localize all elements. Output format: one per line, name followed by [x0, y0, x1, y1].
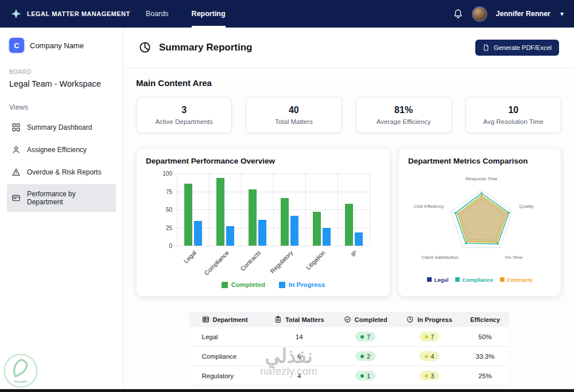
cell-total-matters: 6: [264, 347, 334, 366]
document-icon: [483, 44, 490, 51]
views-section-label: Views: [7, 103, 116, 111]
clock-icon: [406, 316, 414, 323]
company-row[interactable]: C Company Name: [7, 38, 116, 53]
bar-chart-card: Department Performance Overview 10075502…: [136, 148, 390, 297]
radar-axis-label: On-Time: [505, 254, 523, 259]
clipboard-icon: [274, 316, 282, 323]
bar-completed-ip: [345, 204, 353, 246]
sidebar-item-label: Performance by Department: [27, 190, 111, 206]
bar-chart: 1007550250 LegalComplianceContractsRegul…: [160, 173, 381, 288]
column-header-in-progress: In Progress: [397, 312, 461, 327]
legend-item-in-progress[interactable]: In Progress: [279, 281, 325, 288]
cell-total-matters: 4: [264, 366, 334, 386]
bar-completed-regulatory: [281, 198, 289, 246]
radar-legend-item-compliance[interactable]: Compliance: [455, 277, 493, 283]
bottom-strip: [0, 389, 574, 392]
bar-in-progress-compliance: [226, 226, 234, 246]
status-dot: [425, 355, 428, 358]
stat-value: 40: [252, 105, 335, 115]
bar-in-progress-contracts: [258, 220, 266, 246]
company-avatar: C: [9, 38, 24, 53]
sidebar-item-overdue-risk-reports[interactable]: Overdue & Risk Reports: [7, 162, 116, 183]
in-progress-badge: 7: [420, 332, 440, 341]
cell-total-matters: 14: [264, 327, 334, 347]
x-tick-label: Legal: [183, 249, 198, 265]
top-navbar: LEGAL MATTER MANAGEMENT BoardsReporting …: [0, 0, 574, 28]
radar-chart-title: Department Metrics Comparison: [408, 157, 552, 165]
stat-label: Active Departments: [142, 118, 226, 125]
legend-swatch: [455, 277, 460, 282]
column-header-total-matters: Total Matters: [264, 312, 334, 327]
bar-chart-plot: [177, 173, 370, 246]
table-header-row: DepartmentTotal MattersCompletedIn Progr…: [189, 312, 509, 327]
bar-in-progress-legal: [194, 221, 202, 246]
sidebar-item-assignee-efficiency[interactable]: Assignee Efficiency: [7, 139, 116, 160]
performance-table: DepartmentTotal MattersCompletedIn Progr…: [189, 312, 509, 386]
stat-card-active-departments: 3 Active Departments: [136, 97, 232, 133]
table-icon: [202, 316, 210, 323]
completed-badge: 7: [355, 332, 375, 341]
bar-chart-x-labels: LegalComplianceContractsRegulatoryLitiga…: [177, 246, 370, 279]
column-header-efficiency: Efficiency: [462, 312, 509, 327]
sidebar-item-label: Overdue & Risk Reports: [27, 168, 101, 176]
legend-item-completed[interactable]: Completed: [222, 281, 265, 288]
bar-group-litigation: [305, 173, 338, 246]
content-area: Main Content Area 3 Active Departments40…: [123, 68, 574, 392]
sidebar-item-summary-dashboard[interactable]: Summary Dashboard: [7, 117, 116, 138]
stat-label: Total Matters: [252, 118, 335, 125]
nav-item-reporting[interactable]: Reporting: [192, 0, 226, 28]
radar-legend: Legal Compliance Contracts: [427, 277, 532, 283]
radar-legend-item-legal[interactable]: Legal: [427, 277, 448, 283]
generate-button-label: Generate PDF/Excel: [494, 44, 552, 51]
nav-item-boards[interactable]: Boards: [146, 0, 169, 28]
status-dot: [360, 335, 364, 339]
sidebar-item-label: Assignee Efficiency: [27, 146, 87, 154]
radar-axis-label: Quality: [519, 203, 534, 208]
bar-group-ip: [338, 173, 370, 246]
company-name: Company Name: [30, 41, 84, 50]
bar-chart-legend: Completed In Progress: [177, 281, 370, 288]
stat-value: 3: [142, 105, 226, 115]
status-dot: [360, 355, 364, 358]
status-dot: [360, 374, 364, 378]
y-tick-label: 0: [169, 243, 172, 249]
user-avatar[interactable]: [472, 6, 487, 22]
grid-icon: [11, 123, 21, 132]
cell-efficiency: 33.3%: [462, 347, 509, 366]
y-tick-label: 50: [166, 207, 172, 213]
app-window: LEGAL MATTER MANAGEMENT BoardsReporting …: [0, 0, 574, 392]
brand-title: LEGAL MATTER MANAGEMENT: [27, 10, 130, 17]
column-label: Efficiency: [470, 316, 500, 323]
radar-plot: Response TimeQualityOn-TimeClient Satisf…: [408, 171, 552, 275]
person-icon: [11, 145, 21, 154]
stat-value: 81%: [362, 105, 445, 115]
board-name[interactable]: Legal Team - Workspace: [7, 79, 116, 88]
column-label: Completed: [355, 316, 387, 323]
cell-department: Legal: [189, 327, 265, 347]
chevron-down-icon[interactable]: ▾: [560, 10, 564, 18]
notifications-button[interactable]: [453, 9, 463, 19]
page-title: Summary Reporting: [159, 42, 252, 53]
table-row-regulatory: Regulatory 4 1 3 25%: [189, 366, 509, 386]
stat-label: Average Efficiency: [362, 118, 445, 125]
radar-legend-item-contracts[interactable]: Contracts: [500, 277, 532, 283]
legend-label: In Progress: [289, 281, 325, 288]
legend-label: Legal: [434, 277, 448, 283]
sidebar-item-performance-by-department[interactable]: Performance by Department: [7, 184, 116, 212]
x-tick-label: Litigation: [304, 249, 326, 271]
y-tick-label: 100: [162, 170, 172, 177]
user-name[interactable]: Jennifer Renner: [496, 10, 550, 18]
bar-chart-y-axis: 1007550250: [160, 173, 177, 246]
cell-efficiency: 50%: [462, 327, 509, 347]
stats-row: 3 Active Departments40 Total Matters81% …: [136, 97, 561, 133]
stat-card-avg-resolution-time: 10 Avg Resolution Time: [466, 97, 561, 133]
generate-pdf-excel-button[interactable]: Generate PDF/Excel: [475, 40, 559, 56]
table-row-compliance: Compliance 6 2 4 33.3%: [189, 347, 509, 366]
bar-chart-title: Department Performance Overview: [146, 157, 381, 165]
column-label: In Progress: [417, 316, 452, 323]
bar-group-legal: [177, 173, 209, 246]
in-progress-badge: 4: [420, 351, 440, 361]
radar-chart-card: Department Metrics Comparison Response T…: [398, 148, 561, 297]
status-dot: [425, 335, 428, 339]
completed-badge: 1: [355, 371, 375, 381]
